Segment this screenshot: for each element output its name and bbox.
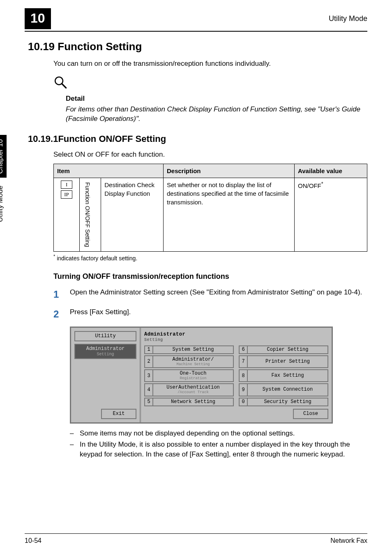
btn-num: 4 xyxy=(144,383,153,396)
th-description: Description xyxy=(164,164,295,178)
btn-label: Network Setting xyxy=(153,398,234,406)
one-touch-registration-button[interactable]: 3 One-Touch Registration xyxy=(144,369,234,382)
subsection-intro: Select ON or OFF for each function. xyxy=(53,150,367,160)
btn-label: Fax Setting xyxy=(248,369,328,382)
page-number: 10-54 xyxy=(25,536,42,545)
step-text-1: Open the Administrator Setting screen (S… xyxy=(70,287,367,297)
magnifier-icon xyxy=(53,75,67,92)
network-setting-button[interactable]: 5 Network Setting xyxy=(144,398,234,406)
th-item: Item xyxy=(54,164,164,178)
icon-ip: IP xyxy=(61,190,72,199)
svg-line-1 xyxy=(62,83,66,88)
admin-tab-sub: Setting xyxy=(78,352,133,357)
th-available: Available value xyxy=(295,164,367,178)
system-connection-button[interactable]: 9 System Connection xyxy=(239,383,328,396)
section-heading: 10.19 Function Setting xyxy=(28,39,367,54)
screenshot-header: Administrator Setting xyxy=(144,331,328,343)
step-2: 2 Press [Fax Setting]. xyxy=(53,307,367,321)
procedure-heading: Turning ON/OFF transmission/reception fu… xyxy=(53,271,367,282)
note-text-1: Some items may not be displayed dependin… xyxy=(80,429,295,438)
btn-label: Security Setting xyxy=(248,398,328,406)
scr-header-main: Administrator xyxy=(144,331,185,337)
security-setting-button[interactable]: 0 Security Setting xyxy=(239,398,328,406)
admin-tab-main: Administrator xyxy=(86,346,125,352)
note-2: – In the Utility Mode, it is also possib… xyxy=(70,440,367,459)
side-tab-plain: Utility Mode xyxy=(0,185,4,222)
detail-text: For items other than Destination Check D… xyxy=(66,104,367,124)
btn-label: System Setting xyxy=(153,345,234,354)
close-button[interactable]: Close xyxy=(293,409,328,419)
dash-icon: – xyxy=(70,440,80,459)
detail-label: Detail xyxy=(66,94,367,104)
running-header-title: Utility Mode xyxy=(329,14,367,24)
chapter-badge: 10 xyxy=(25,8,51,29)
utility-tab[interactable]: Utility xyxy=(74,331,136,341)
printer-setting-button[interactable]: 7 Printer Setting xyxy=(239,355,328,368)
btn-num: 3 xyxy=(144,369,153,382)
btn-num: 6 xyxy=(239,345,248,354)
subsection-heading: 10.19.1Function ON/OFF Setting xyxy=(28,133,367,146)
header-rule xyxy=(25,31,367,32)
btn-num: 2 xyxy=(144,355,153,368)
side-tab-boxed: Chapter 10 xyxy=(0,135,7,178)
icon-i: I xyxy=(61,181,72,189)
admin-machine-setting-button[interactable]: 2 Administrator/ Machine Setting xyxy=(144,355,234,368)
item-description: Set whether or not to display the list o… xyxy=(164,178,295,251)
btn-label: Copier Setting xyxy=(248,345,328,354)
table-row: I IP Function ON/OFF Setting Destination… xyxy=(54,178,367,251)
system-setting-button[interactable]: 1 System Setting xyxy=(144,345,234,354)
btn-num: 1 xyxy=(144,345,153,354)
copier-setting-button[interactable]: 6 Copier Setting xyxy=(239,345,328,354)
footer-title: Network Fax xyxy=(330,536,367,545)
step-number-2: 2 xyxy=(53,307,70,321)
dash-icon: – xyxy=(70,429,80,438)
step-1: 1 Open the Administrator Setting screen … xyxy=(53,287,367,301)
exit-button[interactable]: Exit xyxy=(101,409,136,419)
spec-table: Item Description Available value I IP Fu… xyxy=(53,164,367,252)
footnote-text: indicates factory default setting. xyxy=(55,255,137,261)
section-intro: You can turn on or off the transmission/… xyxy=(53,59,367,69)
btn-label: Administrator/ Machine Setting xyxy=(153,355,234,368)
admin-setting-screenshot: Utility Administrator Setting Exit Admin… xyxy=(70,327,333,423)
note-text-2: In the Utility Mode, it is also possible… xyxy=(80,440,367,459)
admin-setting-tab[interactable]: Administrator Setting xyxy=(74,344,136,359)
btn-num: 0 xyxy=(239,398,248,406)
available-plain: ON/OFF xyxy=(298,182,321,189)
step-text-2: Press [Fax Setting]. xyxy=(70,307,367,317)
btn-num: 5 xyxy=(144,398,153,406)
item-name: Destination Check Display Function xyxy=(101,178,164,251)
vertical-label: Function ON/OFF Setting xyxy=(83,181,91,249)
available-marker: * xyxy=(321,181,323,187)
footnote: * indicates factory default setting. xyxy=(53,253,367,262)
btn-label: Printer Setting xyxy=(248,355,328,368)
btn-num: 9 xyxy=(239,383,248,396)
item-available: ON/OFF* xyxy=(295,178,367,251)
fax-setting-button[interactable]: 8 Fax Setting xyxy=(239,369,328,382)
btn-label: One-Touch Registration xyxy=(153,369,234,382)
btn-num: 8 xyxy=(239,369,248,382)
scr-header-sub: Setting xyxy=(144,337,328,343)
side-tab: Utility Mode Chapter 10 xyxy=(0,135,7,222)
btn-label: UserAuthentication /Account Track xyxy=(153,383,234,396)
note-1: – Some items may not be displayed depend… xyxy=(70,429,367,438)
step-number-1: 1 xyxy=(53,287,70,301)
btn-num: 7 xyxy=(239,355,248,368)
user-auth-button[interactable]: 4 UserAuthentication /Account Track xyxy=(144,383,234,396)
btn-label: System Connection xyxy=(248,383,328,396)
